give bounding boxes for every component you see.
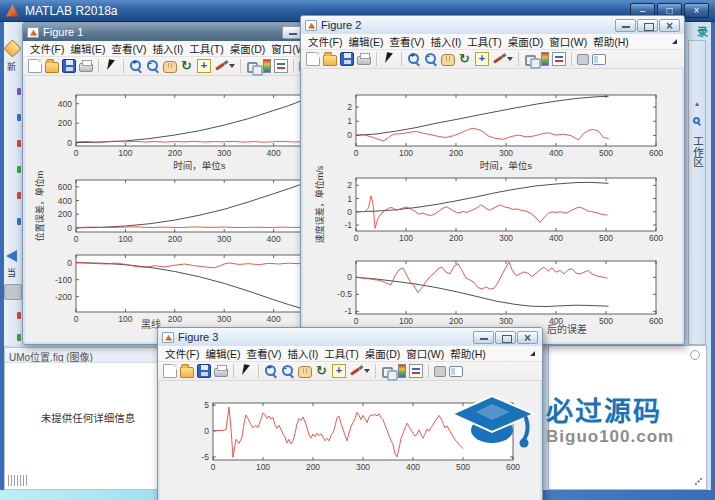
file-icon[interactable] xyxy=(17,140,21,147)
zoom-out-icon[interactable]: - xyxy=(424,52,438,66)
menu-overflow-icon[interactable] xyxy=(530,351,535,356)
close-button[interactable] xyxy=(659,19,680,32)
open-file-icon[interactable] xyxy=(45,62,59,73)
menu-desktop[interactable]: 桌面(D) xyxy=(508,34,544,49)
menu-edit[interactable]: 编辑(E) xyxy=(70,41,105,56)
file-icon[interactable] xyxy=(17,312,21,319)
insert-colorbar-icon[interactable] xyxy=(263,59,271,73)
history-tab-fragment[interactable]: 录 xyxy=(697,23,708,39)
edit-cursor-icon[interactable] xyxy=(239,364,253,378)
brush-dropdown-icon[interactable] xyxy=(229,64,235,68)
new-script-icon[interactable] xyxy=(3,39,21,57)
menu-window[interactable]: 窗口(W) xyxy=(406,346,444,361)
resize-grip-icon[interactable] xyxy=(694,477,703,486)
pan-icon[interactable] xyxy=(441,54,455,66)
menu-help[interactable]: 帮助(H) xyxy=(450,346,486,361)
file-icon[interactable] xyxy=(17,218,21,225)
menu-window[interactable]: 窗口(W) xyxy=(549,34,587,49)
menu-insert[interactable]: 插入(I) xyxy=(430,34,461,49)
menu-file[interactable]: 文件(F) xyxy=(308,34,342,49)
save-icon[interactable] xyxy=(62,59,76,73)
hide-plot-tools-icon[interactable] xyxy=(434,366,446,377)
link-plot-icon[interactable] xyxy=(246,59,260,73)
figure3-titlebar[interactable]: Figure 3 xyxy=(158,328,542,346)
menu-file[interactable]: 文件(F) xyxy=(165,346,199,361)
menu-edit[interactable]: 编辑(E) xyxy=(348,34,383,49)
link-plot-icon[interactable] xyxy=(524,52,538,66)
file-icon[interactable] xyxy=(17,166,21,173)
save-icon[interactable] xyxy=(197,364,211,378)
file-icon[interactable] xyxy=(17,334,21,341)
menu-tools[interactable]: 工具(T) xyxy=(324,346,358,361)
menu-insert[interactable]: 插入(I) xyxy=(152,41,183,56)
close-button[interactable] xyxy=(517,331,538,344)
menu-view[interactable]: 查看(V) xyxy=(389,34,424,49)
menu-desktop[interactable]: 桌面(D) xyxy=(230,41,266,56)
brush-icon[interactable] xyxy=(214,59,228,73)
print-icon[interactable] xyxy=(357,56,371,65)
brush-dropdown-icon[interactable] xyxy=(507,57,513,61)
menu-tools[interactable]: 工具(T) xyxy=(467,34,501,49)
rotate3d-icon[interactable] xyxy=(180,59,194,73)
data-cursor-icon[interactable] xyxy=(475,52,489,66)
menu-help[interactable]: 帮助(H) xyxy=(593,34,629,49)
figure2-window[interactable]: Figure 2 文件(F) 编辑(E) 查看(V) 插入(I) 工具(T) 桌… xyxy=(300,15,685,345)
rotate3d-icon[interactable] xyxy=(315,364,329,378)
insert-legend-icon[interactable] xyxy=(274,59,288,73)
menu-insert[interactable]: 插入(I) xyxy=(287,346,318,361)
brush-icon[interactable] xyxy=(349,364,363,378)
save-icon[interactable] xyxy=(340,52,354,66)
edit-cursor-icon[interactable] xyxy=(104,59,118,73)
insert-legend-icon[interactable] xyxy=(409,364,423,378)
menu-tools[interactable]: 工具(T) xyxy=(189,41,223,56)
insert-colorbar-icon[interactable] xyxy=(398,364,406,378)
panel-resize-grip[interactable] xyxy=(8,475,28,486)
menu-overflow-icon[interactable] xyxy=(672,39,677,44)
zoom-out-icon[interactable]: - xyxy=(281,364,295,378)
zoom-out-icon[interactable]: - xyxy=(146,59,160,73)
new-figure-icon[interactable] xyxy=(306,52,320,66)
menu-file[interactable]: 文件(F) xyxy=(30,41,64,56)
file-icon[interactable] xyxy=(17,114,21,121)
hide-plot-tools-icon[interactable] xyxy=(577,54,589,65)
menu-edit[interactable]: 编辑(E) xyxy=(205,346,240,361)
zoom-in-icon[interactable]: + xyxy=(129,59,143,73)
folder-scrollbar-thumb[interactable] xyxy=(4,284,22,300)
pan-icon[interactable] xyxy=(163,61,177,73)
data-cursor-icon[interactable] xyxy=(332,364,346,378)
print-icon[interactable] xyxy=(79,63,93,72)
main-close-button[interactable]: × xyxy=(684,3,709,18)
brush-icon[interactable] xyxy=(492,52,506,66)
rotate3d-icon[interactable] xyxy=(458,52,472,66)
link-plot-icon[interactable] xyxy=(381,364,395,378)
new-figure-icon[interactable] xyxy=(28,59,42,73)
back-arrow-icon[interactable] xyxy=(6,250,17,262)
maximize-button[interactable] xyxy=(495,331,516,344)
file-icon[interactable] xyxy=(17,192,21,199)
open-file-icon[interactable] xyxy=(323,55,337,66)
insert-colorbar-icon[interactable] xyxy=(541,52,549,66)
minimize-button[interactable] xyxy=(615,19,636,32)
maximize-button[interactable] xyxy=(637,19,658,32)
print-icon[interactable] xyxy=(214,368,228,377)
zoom-in-icon[interactable]: + xyxy=(407,52,421,66)
show-plot-tools-icon[interactable] xyxy=(449,366,463,377)
show-plot-tools-icon[interactable] xyxy=(592,54,606,65)
brush-dropdown-icon[interactable] xyxy=(364,369,370,373)
menu-view[interactable]: 查看(V) xyxy=(246,346,281,361)
collapse-icon[interactable]: ▴ xyxy=(692,99,702,109)
file-icon[interactable] xyxy=(17,88,21,95)
figure2-titlebar[interactable]: Figure 2 xyxy=(301,16,684,34)
search-icon[interactable] xyxy=(693,117,700,124)
minimize-button[interactable] xyxy=(473,331,494,344)
pan-icon[interactable] xyxy=(298,366,312,378)
new-figure-icon[interactable] xyxy=(163,364,177,378)
open-file-icon[interactable] xyxy=(180,367,194,378)
zoom-in-icon[interactable]: + xyxy=(264,364,278,378)
insert-legend-icon[interactable] xyxy=(552,52,566,66)
menu-desktop[interactable]: 桌面(D) xyxy=(365,346,401,361)
data-cursor-icon[interactable] xyxy=(197,59,211,73)
scroll-button-icon[interactable] xyxy=(690,350,700,360)
workspace-tab[interactable]: 工作区 xyxy=(691,136,706,168)
edit-cursor-icon[interactable] xyxy=(382,52,396,66)
